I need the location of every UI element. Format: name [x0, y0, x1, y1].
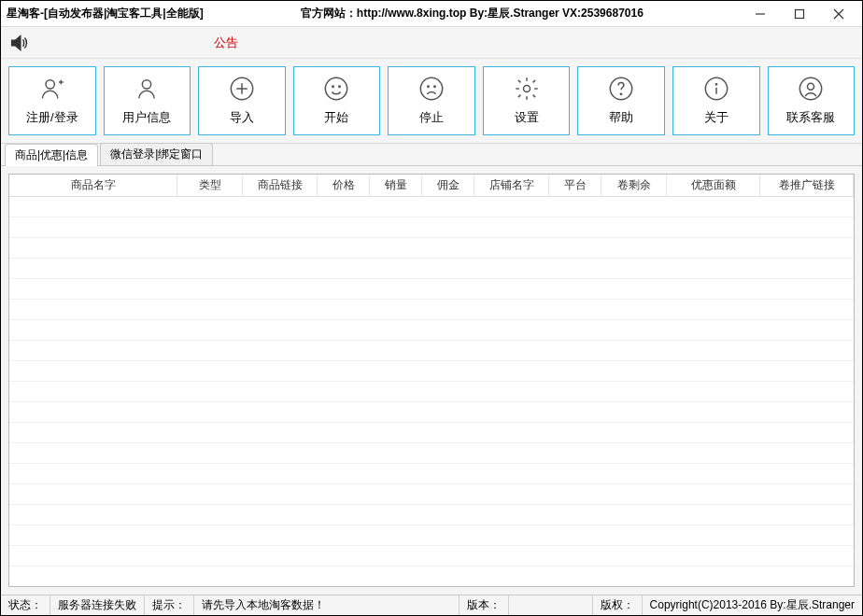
svg-point-24 [808, 83, 814, 90]
data-grid[interactable]: 商品名字 类型 商品链接 价格 销量 佣金 店铺名字 平台 卷剩余 优惠面额 卷… [8, 174, 855, 587]
gear-icon [514, 76, 540, 102]
version-label: 版本： [460, 595, 509, 615]
toolbar-label: 帮助 [609, 109, 633, 126]
col-promo-link[interactable]: 卷推广链接 [760, 175, 854, 196]
svg-point-15 [428, 86, 429, 87]
status-bar: 状态： 服务器连接失败 提示： 请先导入本地淘客数据！ 版本： 版权： Copy… [1, 595, 862, 615]
toolbar-label: 设置 [515, 109, 539, 126]
minimize-button[interactable] [741, 3, 780, 25]
maximize-button[interactable] [780, 3, 819, 25]
user-plus-icon [39, 76, 65, 102]
tab-product-discount-info[interactable]: 商品|优惠|信息 [5, 144, 98, 166]
toolbar-label: 停止 [419, 109, 444, 126]
svg-point-11 [326, 77, 347, 99]
toolbar-label: 注册/登录 [26, 109, 78, 126]
col-price[interactable]: 价格 [318, 175, 370, 196]
col-link[interactable]: 商品链接 [243, 175, 318, 196]
app-title: 星淘客-[自动发布器|淘宝客工具|全能版] [7, 6, 204, 21]
smile-icon [323, 76, 349, 102]
grid-body [9, 197, 854, 586]
close-button[interactable] [819, 3, 858, 25]
toolbar-label: 关于 [704, 109, 729, 126]
notice-bar: 公告 [1, 27, 862, 59]
notice-label: 公告 [214, 35, 238, 51]
register-login-button[interactable]: 注册/登录 [8, 66, 96, 135]
titlebar-center-text: 官方网站：http://www.8xing.top By:星辰.Stranger… [204, 6, 741, 21]
toolbar-label: 联系客服 [786, 109, 835, 126]
svg-point-23 [800, 77, 822, 99]
maximize-icon [794, 8, 805, 20]
col-sales[interactable]: 销量 [370, 175, 422, 196]
grid-header: 商品名字 类型 商品链接 价格 销量 佣金 店铺名字 平台 卷剩余 优惠面额 卷… [9, 175, 854, 197]
copyright-label: 版权： [593, 595, 643, 615]
col-shop[interactable]: 店铺名字 [474, 175, 549, 196]
col-platform[interactable]: 平台 [549, 175, 601, 196]
support-icon [798, 76, 824, 102]
about-button[interactable]: 关于 [672, 66, 760, 135]
col-coupon-value[interactable]: 优惠面额 [667, 175, 760, 196]
hint-value: 请先导入本地淘客数据！ [194, 595, 460, 615]
sad-icon [418, 76, 445, 102]
close-icon [833, 8, 844, 20]
minimize-icon [755, 8, 766, 20]
settings-button[interactable]: 设置 [483, 66, 571, 135]
start-button[interactable]: 开始 [293, 66, 381, 135]
hint-label: 提示： [145, 595, 194, 615]
svg-point-13 [339, 86, 340, 87]
contact-button[interactable]: 联系客服 [768, 66, 856, 135]
svg-point-16 [434, 86, 435, 87]
help-button[interactable]: 帮助 [577, 66, 665, 135]
question-circle-icon [608, 76, 634, 102]
col-product-name[interactable]: 商品名字 [9, 175, 177, 196]
status-value: 服务器连接失败 [50, 595, 145, 615]
svg-point-12 [332, 86, 333, 87]
svg-point-4 [46, 80, 54, 89]
plus-circle-icon [229, 76, 255, 102]
toolbar-label: 导入 [230, 109, 254, 126]
content-area: 商品名字 类型 商品链接 价格 销量 佣金 店铺名字 平台 卷剩余 优惠面额 卷… [1, 166, 862, 595]
svg-point-14 [420, 77, 442, 99]
tab-wechat-bind[interactable]: 微信登录|绑定窗口 [100, 143, 213, 165]
user-info-button[interactable]: 用户信息 [104, 66, 191, 135]
svg-point-17 [523, 86, 530, 92]
stop-button[interactable]: 停止 [388, 66, 475, 135]
status-label: 状态： [1, 595, 50, 615]
titlebar: 星淘客-[自动发布器|淘宝客工具|全能版] 官方网站：http://www.8x… [1, 1, 862, 27]
speaker-icon [8, 33, 29, 53]
col-type[interactable]: 类型 [177, 175, 243, 196]
tab-bar: 商品|优惠|信息 微信登录|绑定窗口 [1, 144, 862, 166]
col-commission[interactable]: 佣金 [422, 175, 474, 196]
import-button[interactable]: 导入 [198, 66, 286, 135]
version-value [509, 595, 593, 615]
window-controls [741, 3, 858, 25]
toolbar: 注册/登录 用户信息 导入 开始 停止 设置 帮助 [1, 59, 862, 144]
toolbar-label: 开始 [324, 109, 348, 126]
svg-rect-1 [796, 9, 804, 18]
info-circle-icon [703, 76, 729, 102]
toolbar-label: 用户信息 [122, 109, 171, 126]
svg-point-19 [620, 93, 621, 94]
copyright-value: Copyright(C)2013-2016 By:星辰.Stranger [643, 595, 862, 615]
svg-point-7 [143, 80, 151, 89]
col-coupon-remain[interactable]: 卷剩余 [601, 175, 667, 196]
svg-point-21 [715, 84, 716, 85]
user-icon [134, 76, 160, 102]
